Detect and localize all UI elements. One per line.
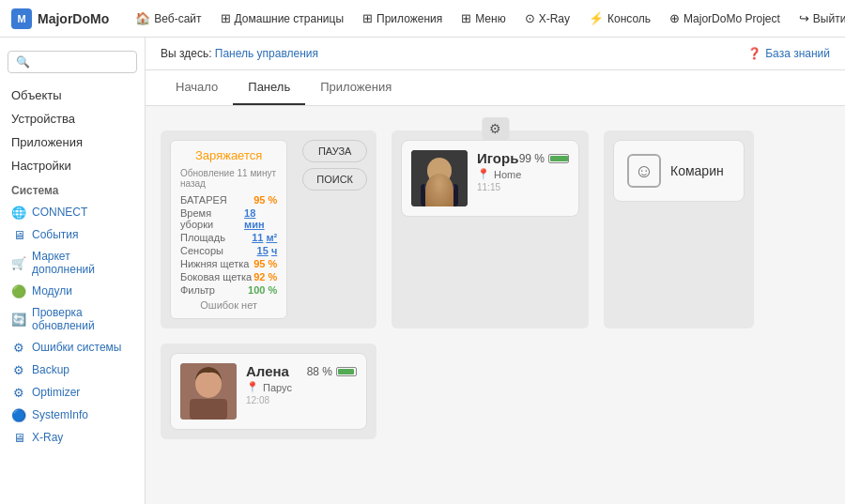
alena-photo-svg [180, 363, 237, 420]
question-icon: ❓ [747, 47, 761, 60]
sidebar-item-settings[interactable]: Настройки [0, 153, 145, 176]
xray-nav[interactable]: ⊙ X-Ray [517, 0, 577, 38]
tab-apps[interactable]: Приложения [305, 70, 407, 105]
search-input[interactable] [8, 51, 137, 73]
pause-button[interactable]: ПАУЗА [302, 140, 367, 162]
filter-unit: % [268, 284, 277, 296]
knowledge-base-link[interactable]: ❓ База знаний [747, 47, 830, 60]
backup-icon: ⚙ [11, 362, 26, 377]
sidebar-item-errors[interactable]: ⚙ Ошибки системы [0, 336, 145, 359]
project-nav[interactable]: ⊕ MajorDoMo Project [662, 0, 788, 38]
igor-photo [411, 150, 468, 206]
sidebar: Объекты Устройства Приложения Настройки … [0, 38, 146, 504]
sidebar-item-xray[interactable]: 🖥 X-Ray [0, 426, 145, 449]
area-unit: м² [266, 232, 277, 243]
brush-unit: % [268, 258, 277, 269]
sidebar-item-events[interactable]: 🖥 События [0, 223, 145, 246]
tab-start[interactable]: Начало [161, 70, 233, 105]
xray-icon: ⊙ [525, 11, 535, 25]
cards-row-bottom: Алена 88 % [161, 344, 830, 439]
grid-icon: ⊞ [221, 11, 231, 25]
alena-card-wrapper: Алена 88 % [161, 344, 376, 439]
battery-label: БАТАРЕЯ [180, 194, 227, 206]
igor-header: Игорь 99 % [411, 150, 569, 206]
igor-card: Игорь 99 % [401, 140, 579, 217]
igor-time: 11:15 [477, 182, 569, 192]
sidebar-item-updates[interactable]: 🔄 Проверка обновлений [0, 302, 145, 336]
logout-nav[interactable]: ↪ Выйти [791, 0, 845, 38]
sidebar-item-backup[interactable]: ⚙ Backup [0, 359, 145, 381]
clean-time-val: 18 [244, 207, 255, 219]
alena-card: Алена 88 % [170, 353, 367, 430]
app-logo: M MajorDoMo [11, 8, 109, 29]
system-group-label: Система [0, 176, 145, 201]
home-pages-nav[interactable]: ⊞ Домашние страницы [213, 0, 352, 38]
alena-header: Алена 88 % [180, 363, 357, 420]
modules-icon: 🟢 [11, 283, 26, 298]
breadcrumb-path: Вы здесь: Панель управления [161, 47, 318, 60]
area-label: Площадь [180, 232, 225, 243]
console-nav[interactable]: ⚡ Консоль [581, 0, 658, 38]
sidebar-item-connect[interactable]: 🌐 CONNECT [0, 201, 145, 223]
battery-bar-alena [336, 367, 357, 376]
filter-label: Фильтр [180, 284, 215, 296]
battery-indicator-alena [336, 367, 357, 376]
clean-time-label: Время уборки [180, 207, 244, 230]
igor-card-wrapper: Игорь 99 % [392, 130, 589, 328]
vacuum-buttons: ПАУЗА ПОИСК [302, 140, 367, 191]
sensors-unit: ч [271, 245, 277, 256]
sensors-label: Сенсоры [180, 245, 223, 256]
events-icon: 🖥 [11, 227, 26, 242]
logout-icon: ↪ [799, 11, 809, 25]
igor-name: Игорь [477, 150, 518, 166]
location-icon: 📍 [477, 168, 490, 180]
top-navigation: M MajorDoMo 🏠 Веб-сайт ⊞ Домашние страни… [0, 0, 845, 38]
apps-nav[interactable]: ⊞ Приложения [355, 0, 450, 38]
connect-icon: 🌐 [11, 205, 26, 220]
side-brush-val: 92 [254, 271, 265, 283]
content-area: ⚙ Заряжается Обновление 11 минут назад Б… [146, 106, 845, 469]
tab-bar: Начало Панель Приложения [146, 70, 845, 106]
optimizer-icon: ⚙ [11, 385, 26, 400]
svg-rect-2 [421, 184, 458, 206]
sidebar-item-devices[interactable]: Устройства [0, 106, 145, 130]
menu-nav[interactable]: ⊞ Меню [453, 0, 513, 38]
alena-location: 📍 Парус [246, 381, 357, 393]
website-nav[interactable]: 🏠 Веб-сайт [128, 0, 208, 38]
alena-battery: 88 % [307, 365, 357, 378]
gear-button[interactable]: ⚙ [482, 117, 509, 140]
menu-icon: ⊞ [461, 11, 471, 25]
battery-fill-igor [550, 156, 568, 161]
sidebar-item-optimizer[interactable]: ⚙ Optimizer [0, 381, 145, 404]
battery-bar-igor [548, 154, 569, 163]
alena-info: Алена 88 % [246, 363, 357, 405]
igor-photo-svg [411, 150, 468, 206]
vacuum-card: Заряжается Обновление 11 минут назад БАТ… [170, 140, 287, 319]
sidebar-item-sysinfo[interactable]: 🔵 SystemInfo [0, 404, 145, 426]
battery-fill-alena [338, 369, 354, 374]
vacuum-update: Обновление 11 минут назад [180, 168, 277, 189]
battery-unit: % [268, 194, 277, 206]
project-icon: ⊕ [669, 11, 680, 25]
logo-icon: M [11, 8, 32, 29]
komarin-name: Комарин [670, 163, 724, 178]
alena-time: 12:08 [246, 395, 357, 405]
breadcrumb-link[interactable]: Панель управления [215, 47, 318, 60]
sidebar-item-objects[interactable]: Объекты [0, 83, 145, 106]
search-button[interactable]: ПОИСК [302, 168, 367, 191]
sidebar-item-apps[interactable]: Приложения [0, 130, 145, 153]
errors-icon: ⚙ [11, 340, 26, 355]
sidebar-item-market[interactable]: 🛒 Маркет дополнений [0, 246, 145, 280]
komarin-card-wrapper: ☺ Комарин [604, 130, 754, 328]
brush-label: Нижняя щетка [180, 258, 249, 269]
xray-sidebar-icon: 🖥 [11, 430, 26, 445]
area-val: 11 [252, 232, 263, 243]
tab-panel[interactable]: Панель [233, 70, 305, 105]
updates-icon: 🔄 [11, 312, 26, 327]
alena-name: Алена [246, 363, 289, 379]
vacuum-status: Заряжается [180, 148, 277, 162]
sidebar-item-modules[interactable]: 🟢 Модули [0, 280, 145, 302]
brush-val: 95 [254, 258, 265, 269]
console-icon: ⚡ [589, 11, 604, 25]
main-content: Вы здесь: Панель управления ❓ База знани… [146, 38, 845, 504]
